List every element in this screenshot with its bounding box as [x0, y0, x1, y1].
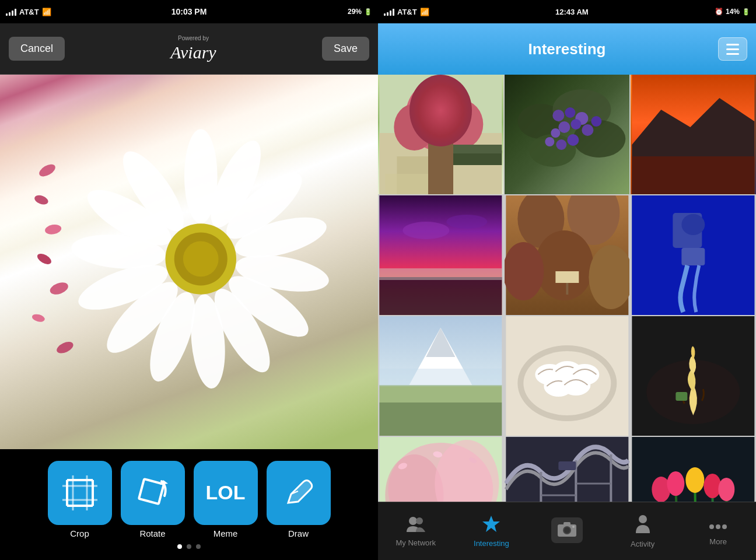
svg-point-133 [564, 527, 570, 533]
photo-5-svg [505, 195, 630, 315]
svg-point-124 [667, 471, 685, 496]
tool-rotate[interactable]: Rotate [121, 461, 185, 538]
tool-crop[interactable]: Crop [48, 461, 112, 538]
photo-4-svg [378, 195, 503, 315]
photo-11-svg [505, 437, 630, 502]
grid-item-12[interactable] [631, 437, 756, 502]
draw-icon [282, 477, 314, 509]
signal-icon [6, 8, 16, 16]
status-right-right-icons: ⏰ 14% 🔋 [715, 8, 750, 16]
photo-3-bg [631, 75, 756, 194]
cancel-button[interactable]: Cancel [9, 37, 65, 61]
svg-rect-76 [566, 283, 568, 295]
svg-point-4 [48, 280, 70, 296]
svg-point-50 [552, 110, 564, 121]
photo-1-svg [378, 75, 503, 194]
grid-item-6[interactable] [631, 195, 756, 315]
crop-icon-container [48, 461, 112, 525]
svg-point-6 [55, 340, 75, 356]
svg-rect-116 [558, 461, 576, 470]
svg-rect-38 [429, 121, 440, 194]
grid-item-5[interactable] [505, 195, 630, 315]
grid-item-8[interactable] [505, 316, 630, 436]
svg-point-72 [535, 230, 593, 300]
person-icon [635, 514, 651, 533]
tool-draw[interactable]: Draw [267, 461, 331, 538]
interesting-label: Interesting [474, 539, 509, 548]
svg-rect-134 [564, 522, 570, 526]
bottom-nav: My Network Interesting [378, 502, 756, 560]
grid-item-1[interactable] [378, 75, 503, 194]
svg-rect-85 [379, 385, 502, 402]
carrier-right: AT&T [397, 8, 417, 16]
svg-point-58 [545, 137, 554, 146]
photo-10-svg [378, 437, 503, 502]
dot-2 [187, 544, 191, 549]
photo-3-svg [631, 75, 756, 194]
top-bar-right: Interesting [378, 23, 756, 75]
photo-2-svg [505, 75, 630, 194]
svg-rect-75 [555, 271, 579, 283]
svg-point-126 [704, 474, 722, 498]
page-dots [177, 544, 201, 549]
svg-rect-24 [67, 480, 93, 506]
battery-icon-right: 🔋 [742, 8, 750, 16]
svg-rect-98 [676, 392, 688, 401]
svg-point-51 [565, 107, 575, 118]
photo-5-bg [505, 195, 630, 315]
nav-my-network[interactable]: My Network [378, 511, 454, 552]
photo-grid [378, 75, 756, 502]
grid-item-2[interactable] [505, 75, 630, 194]
svg-point-56 [582, 124, 593, 136]
photo-4-bg [378, 195, 503, 315]
time-right: 12:43 AM [555, 8, 589, 16]
svg-point-3 [36, 251, 53, 266]
wifi-icon-right: 📶 [420, 8, 429, 16]
svg-point-2 [44, 223, 62, 236]
grid-item-10[interactable] [378, 437, 503, 502]
status-bar-left: AT&T 📶 10:03 PM 29% 🔋 [0, 0, 378, 23]
status-right-left-icons: AT&T 📶 [384, 8, 429, 16]
svg-rect-86 [379, 402, 502, 436]
grid-item-7[interactable] [378, 316, 503, 436]
tool-meme[interactable]: LOL Meme [194, 461, 258, 538]
grid-item-11[interactable] [505, 437, 630, 502]
left-panel: AT&T 📶 10:03 PM 29% 🔋 Cancel Powered by … [0, 0, 378, 560]
draw-icon-container [267, 461, 331, 525]
nav-interesting[interactable]: Interesting [454, 510, 530, 552]
carrier-left: AT&T [19, 8, 39, 16]
svg-point-129 [416, 517, 423, 524]
photo-12-bg [631, 437, 756, 502]
svg-point-1 [33, 194, 50, 206]
nav-more[interactable]: More [680, 512, 756, 551]
menu-button[interactable] [718, 37, 747, 61]
photo-1-bg [378, 75, 503, 194]
svg-point-127 [719, 478, 735, 501]
nav-camera[interactable] [529, 513, 605, 550]
dot-1 [177, 544, 182, 549]
svg-rect-43 [385, 174, 443, 194]
rotate-icon-container [121, 461, 185, 525]
status-right-icons: 29% 🔋 [348, 8, 372, 16]
svg-rect-63 [632, 156, 755, 194]
aviary-logo-text: Aviary [170, 43, 216, 62]
grid-item-9[interactable] [631, 316, 756, 436]
svg-rect-68 [379, 268, 502, 280]
alarm-icon: ⏰ [715, 8, 723, 16]
svg-point-54 [570, 119, 581, 130]
signal-icon-right [384, 8, 394, 16]
tools-bar: Crop Rotate LOL Meme [0, 449, 378, 560]
svg-point-55 [551, 128, 560, 138]
grid-item-3[interactable] [631, 75, 756, 194]
grid-item-4[interactable] [378, 195, 503, 315]
nav-activity[interactable]: Activity [605, 510, 681, 553]
photo-10-bg [378, 437, 503, 502]
svg-marker-130 [482, 516, 500, 532]
tools-row: Crop Rotate LOL Meme [48, 461, 331, 538]
battery-percent-right: 14% [726, 8, 740, 16]
star-icon [482, 515, 501, 533]
svg-point-53 [558, 121, 570, 133]
save-button[interactable]: Save [322, 37, 369, 61]
svg-point-0 [37, 162, 57, 178]
activity-icon [635, 514, 651, 537]
